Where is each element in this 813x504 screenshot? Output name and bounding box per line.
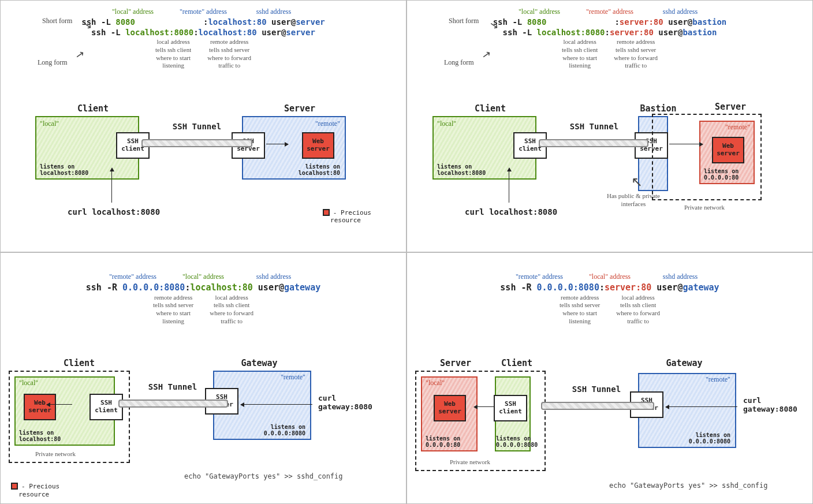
legend-precious: - Precious resource	[11, 482, 59, 498]
client-label: Client	[494, 358, 540, 368]
hint-remote-listen: remote address tells sshd server where t…	[560, 294, 600, 326]
arrow-icon	[47, 404, 72, 405]
ann-short-form: Short form	[42, 17, 72, 25]
web-server-box: Web server	[307, 138, 330, 152]
hint-remote-listen: remote address tells sshd server where t…	[153, 294, 193, 326]
hint-remote-fwd: remote address tells sshd server where t…	[207, 38, 251, 70]
top-hints: "local" address "remote" address sshd ad…	[5, 8, 401, 16]
arrow-icon	[111, 168, 112, 203]
local-tag: "local"	[437, 120, 456, 128]
privnet-label: Private network	[684, 204, 725, 212]
hint-local-listen: local address tells ssh client where to …	[155, 38, 191, 70]
cmd: ssh -R 0.0.0.0:8080:localhost:80 user@ga…	[5, 282, 401, 293]
privnet-label: Private network	[35, 450, 76, 458]
top-hints: "local" address "remote" address sshd ad…	[412, 8, 808, 16]
private-network-box: "local" Web server listens on 0.0.0.0:80…	[415, 371, 546, 471]
client-label: Client	[35, 103, 151, 114]
hint-local-addr: "local" address	[174, 272, 232, 281]
cmd-long: ssh -L localhost:8080:localhost:80 user@…	[5, 28, 401, 37]
pane-ssh-R-local: "remote" address "local" address sshd ad…	[0, 252, 406, 505]
hint-local-fwd: local address tells ssh client where to …	[616, 294, 660, 326]
pane-ssh-R-server: "remote" address "local" address sshd ad…	[406, 252, 813, 505]
private-network-box: "remote" Web server listens on 0.0.0.0:8…	[652, 114, 762, 200]
gateway-label: Gateway	[230, 358, 288, 368]
ssh-tunnel-pipe	[118, 400, 228, 408]
listens-local: listens on 0.0.0.0:80	[426, 435, 460, 448]
hint-remote-addr: "remote" address	[581, 8, 639, 16]
local-tag: "local"	[426, 379, 445, 387]
ssh-client-box: SSH client	[121, 138, 144, 152]
hint-sshd-addr: sshd address	[245, 272, 303, 281]
listens-local: listens on localhost:8080	[40, 163, 88, 176]
hint-remote-addr: "remote" address	[104, 272, 162, 281]
echo-cmd: echo "GatewayPorts yes" >> sshd_config	[184, 472, 343, 480]
hint-remote-addr: "remote" address	[510, 272, 568, 281]
hint-sshd-addr: sshd address	[651, 8, 709, 16]
client-label: Client	[50, 358, 108, 368]
hint-remote-addr: "remote" address	[174, 8, 232, 16]
remote-tag: "remote"	[706, 375, 730, 384]
ann-long-form: Long form	[444, 58, 474, 67]
legend-swatch-icon	[11, 483, 18, 490]
curl-cmd: curl gateway:8080	[318, 394, 372, 411]
echo-cmd: echo "GatewayPorts yes" >> sshd_config	[609, 481, 768, 490]
tunnel-label: SSH Tunnel	[547, 122, 642, 131]
hint-remote-fwd: remote address tells sshd server where t…	[614, 38, 658, 70]
remote-tag: "remote"	[281, 373, 305, 382]
remote-tag: "remote"	[725, 123, 750, 132]
top-hints: "remote" address "local" address sshd ad…	[412, 272, 808, 281]
hint-local-listen: local address tells ssh client where to …	[562, 38, 598, 70]
tunnel-label: SSH Tunnel	[549, 384, 644, 394]
listens-client: listens on 0.0.0.0:8080	[496, 435, 529, 448]
arrow-icon	[669, 144, 703, 144]
ann-long-form: Long form	[38, 58, 68, 67]
top-hints: "remote" address "local" address sshd ad…	[5, 272, 401, 281]
listens-local: listens on localhost:8080	[437, 163, 486, 176]
local-tag: "local"	[19, 379, 38, 387]
ssh-tunnel-pipe	[539, 139, 648, 147]
client-label: Client	[432, 103, 548, 114]
listens-remote: listens on 0.0.0.0:8080	[264, 424, 305, 436]
cmd-block: "remote" address "local" address sshd ad…	[5, 272, 401, 326]
tunnel-label: SSH Tunnel	[150, 122, 244, 131]
bastion-label: Bastion	[638, 103, 678, 114]
client-group: Client "local" SSH client listens on loc…	[35, 103, 151, 180]
ssh-tunnel-pipe	[541, 402, 654, 410]
server-label: Server	[432, 358, 479, 368]
private-network-box: "local" Web server SSH client listens on…	[9, 371, 130, 463]
arrow-icon	[666, 406, 737, 407]
curl-cmd: curl localhost:8080	[465, 207, 557, 216]
ssh-client-box: SSH client	[499, 401, 522, 415]
arrow-icon	[509, 168, 509, 203]
has-pubpriv-label: Has public & private interfaces	[607, 192, 660, 208]
server-label: Server	[702, 102, 759, 112]
hint-sshd-addr: sshd address	[245, 8, 303, 16]
hint-local-addr: "local" address	[581, 272, 639, 281]
hint-local-addr: "local" address	[510, 8, 568, 16]
listens-remote: listens on localhost:80	[299, 163, 340, 176]
diagram-grid: "local" address "remote" address sshd ad…	[0, 0, 813, 504]
arrow-icon: ↖	[631, 174, 643, 190]
arrow-icon	[266, 144, 288, 144]
bottom-hints: remote address tells sshd server where t…	[5, 294, 401, 326]
cmd-block: "remote" address "local" address sshd ad…	[412, 272, 808, 326]
privnet-label: Private network	[450, 458, 490, 466]
listens-local: listens on localhost:80	[19, 430, 61, 442]
cmd: ssh -R 0.0.0.0:8080:server:80 user@gatew…	[412, 282, 808, 293]
ann-short-form: Short form	[449, 17, 479, 25]
legend-precious: - Precious resource	[323, 208, 371, 224]
hint-local-addr: "local" address	[104, 8, 162, 16]
ssh-client-box: SSH client	[95, 400, 118, 414]
web-server-box: Web server	[717, 143, 740, 157]
ssh-tunnel-pipe	[141, 139, 252, 147]
hint-local-fwd: local address tells ssh client where to …	[210, 294, 253, 326]
curl-cmd: curl gateway:8080	[743, 396, 797, 413]
listens-remote: listens on 0.0.0.0:8080	[689, 432, 730, 445]
server-label: Server	[242, 103, 357, 114]
local-tag: "local"	[40, 120, 59, 128]
pane-ssh-L-bastion: "local" address "remote" address sshd ad…	[406, 0, 813, 252]
legend-swatch-icon	[323, 209, 330, 216]
arrow-icon	[241, 404, 312, 405]
server-group: Server "remote" SSH server Web server li…	[242, 103, 357, 180]
cmd-long: ssh -L localhost:8080:server:80 user@bas…	[412, 28, 808, 37]
